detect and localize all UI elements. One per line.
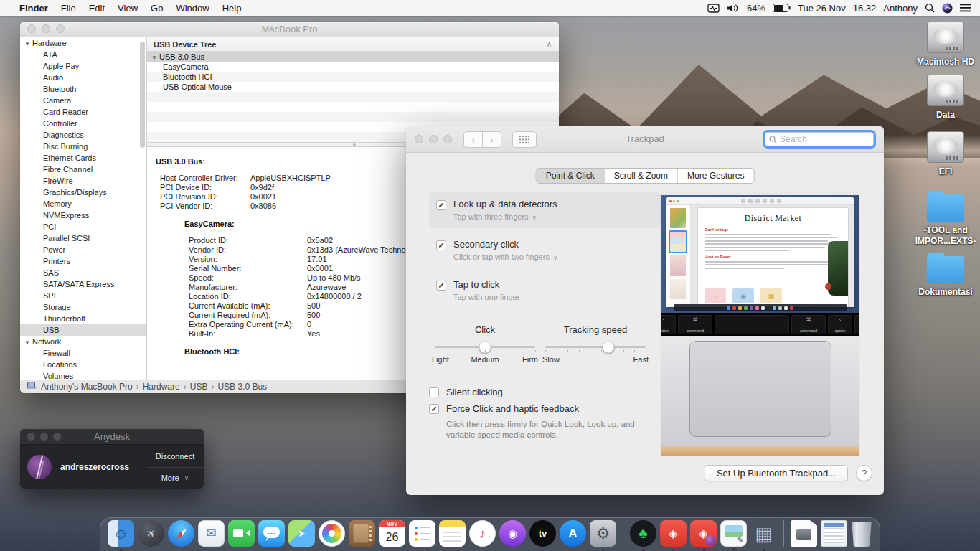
set-up-bluetooth-trackpad-button[interactable]: Set Up Bluetooth Trackpad... <box>705 465 848 481</box>
tab-scroll-zoom[interactable]: Scroll & Zoom <box>604 169 677 183</box>
sidebar-item-volumes[interactable]: Volumes <box>20 370 146 380</box>
help-button[interactable]: ? <box>856 465 872 481</box>
sidebar-item-ata[interactable]: ATA <box>20 49 146 60</box>
dock-icon-finder[interactable]: ☺ <box>108 520 134 547</box>
sidebar-item-graphics-displays[interactable]: Graphics/Displays <box>20 187 146 198</box>
dock-icon-image-tool[interactable]: ✎ <box>720 520 747 547</box>
sidebar-item-camera[interactable]: Camera <box>20 95 146 106</box>
menu-time[interactable]: 16.32 <box>853 3 877 14</box>
breadcrumb-item-hardware[interactable]: Hardware <box>143 382 180 392</box>
sidebar-item-firewire[interactable]: FireWire <box>20 175 146 187</box>
breadcrumb-item-anthony-s-macbook-pro[interactable]: Anthony's MacBook Pro <box>41 382 133 392</box>
checkbox-look-up-data-detectors[interactable]: ✓ <box>436 200 446 210</box>
forward-button[interactable]: › <box>482 131 501 148</box>
dock-icon-facetime[interactable] <box>228 520 255 547</box>
dock-icon-system-preferences[interactable]: ⚙ <box>590 520 616 547</box>
disclosure-triangle-icon[interactable]: ▼ <box>24 39 32 50</box>
sysinfo-title-bar[interactable]: MacBook Pro <box>20 22 559 37</box>
tree-row-usb-3-0-bus[interactable]: ▼USB 3.0 Bus <box>147 52 559 62</box>
checkbox-force-click-and-haptic-feedback[interactable]: ✓ <box>429 404 439 414</box>
sidebar-item-pci[interactable]: PCI <box>20 221 146 232</box>
sidebar-item-card-reader[interactable]: Card Reader <box>20 106 146 118</box>
breadcrumb-item-usb[interactable]: USB <box>190 382 208 392</box>
dock-icon-mail[interactable]: ✉ <box>198 520 225 547</box>
dock-icon-itunes[interactable]: ♪ <box>469 520 496 547</box>
desktop-icon-macintosh-hd[interactable]: Macintosh HD <box>911 22 980 67</box>
close-button[interactable] <box>415 135 423 143</box>
siri-icon[interactable] <box>942 3 953 14</box>
tab-more-gestures[interactable]: More Gestures <box>677 169 753 183</box>
dock-icon-clover[interactable]: ♣ <box>630 520 656 547</box>
search-field[interactable] <box>765 132 874 146</box>
menu-date[interactable]: Tue 26 Nov <box>798 3 846 14</box>
dock-icon-trash[interactable] <box>851 522 872 547</box>
collapse-chevron-icon[interactable]: ∧ <box>547 37 552 52</box>
sidebar-item-thunderbolt[interactable]: Thunderbolt <box>20 313 146 324</box>
menu-item-file[interactable]: File <box>55 3 83 14</box>
sidebar-item-diagnostics[interactable]: Diagnostics <box>20 129 146 141</box>
dock-icon-podcasts[interactable]: ◉ <box>499 520 526 547</box>
dock-icon-anydesk[interactable]: ◈ <box>660 520 687 547</box>
dock-icon-notes[interactable] <box>439 520 466 547</box>
desktop-icon-dokumentasi[interactable]: Dokumentasi <box>911 253 980 298</box>
dock-icon-contacts[interactable] <box>349 520 375 547</box>
more-button[interactable]: More ∨ <box>146 467 204 489</box>
sidebar-item-sas[interactable]: SAS <box>20 267 146 278</box>
close-button[interactable] <box>27 433 35 441</box>
notification-center-icon[interactable] <box>960 4 971 12</box>
tree-row-bluetooth-hci[interactable]: Bluetooth HCI <box>147 72 559 82</box>
sidebar-item-locations[interactable]: Locations <box>20 359 146 370</box>
menu-item-go[interactable]: Go <box>144 3 169 14</box>
sidebar-item-disc-burning[interactable]: Disc Burning <box>20 141 146 152</box>
disconnect-button[interactable]: Disconnect <box>146 446 204 467</box>
anydesk-status-icon[interactable] <box>707 4 720 13</box>
menu-item-finder[interactable]: Finder <box>13 3 55 14</box>
sidebar-scrollbar[interactable] <box>140 42 145 148</box>
desktop-icon-efi[interactable]: EFI <box>911 131 980 177</box>
chevron-down-icon[interactable]: ∨ <box>553 254 558 261</box>
battery-icon[interactable] <box>773 4 791 12</box>
show-all-preferences-button[interactable] <box>512 131 537 148</box>
zoom-button[interactable] <box>56 24 65 33</box>
dock-icon-window-stack[interactable] <box>821 520 847 547</box>
zoom-button[interactable] <box>53 433 61 441</box>
sidebar-item-usb[interactable]: USB <box>20 324 146 336</box>
volume-icon[interactable] <box>727 4 740 13</box>
desktop-icon-tool-and-impor-exts[interactable]: -TOOL andIMPOR...EXTS- <box>911 191 980 247</box>
minimize-button[interactable] <box>40 433 48 441</box>
sidebar-item-audio[interactable]: Audio <box>20 72 146 83</box>
dock-icon-reminders[interactable] <box>409 520 435 547</box>
usb-device-tree-header[interactable]: USB Device Tree ∧ <box>147 37 559 52</box>
sidebar-item-spi[interactable]: SPI <box>20 290 146 301</box>
tab-point-click[interactable]: Point & Click <box>537 169 604 183</box>
sidebar-item-memory[interactable]: Memory <box>20 198 146 209</box>
sidebar-item-storage[interactable]: Storage <box>20 301 146 313</box>
menu-item-view[interactable]: View <box>111 3 144 14</box>
chevron-down-icon[interactable]: ∨ <box>532 214 537 221</box>
sidebar-item-sata-sata-express[interactable]: SATA/SATA Express <box>20 278 146 290</box>
dock-icon-anydesk-alt[interactable]: ◈ <box>690 520 717 547</box>
trackpad-title-bar[interactable]: ‹ › Trackpad <box>406 126 884 153</box>
disclosure-triangle-icon[interactable]: ▼ <box>151 53 159 63</box>
sidebar-item-fibre-channel[interactable]: Fibre Channel <box>20 164 146 175</box>
desktop-icon-data[interactable]: Data <box>911 75 980 121</box>
back-button[interactable]: ‹ <box>463 131 483 148</box>
sidebar-item-printers[interactable]: Printers <box>20 255 146 267</box>
tree-row-usb-optical-mouse[interactable]: USB Optical Mouse <box>147 82 559 92</box>
dock-icon-messages[interactable]: … <box>258 520 285 547</box>
spotlight-icon[interactable] <box>925 3 935 13</box>
close-button[interactable] <box>27 24 36 33</box>
menu-item-edit[interactable]: Edit <box>83 3 111 14</box>
disclosure-triangle-icon[interactable]: ▼ <box>24 337 32 349</box>
dock-icon-calendar[interactable]: NOV26 <box>379 520 405 547</box>
breadcrumb-item-usb-3-0-bus[interactable]: USB 3.0 Bus <box>217 382 267 392</box>
sidebar-item-firewall[interactable]: Firewall <box>20 347 146 359</box>
menu-user[interactable]: Anthony <box>883 3 918 14</box>
sidebar-item-parallel-scsi[interactable]: Parallel SCSI <box>20 232 146 244</box>
dock-icon-appstore[interactable]: A <box>560 520 586 547</box>
tree-row-easycamera[interactable]: EasyCamera <box>147 62 559 72</box>
dock-icon-safari[interactable] <box>168 520 194 547</box>
checkbox-tap-to-click[interactable]: ✓ <box>436 281 446 291</box>
sidebar-item-bluetooth[interactable]: Bluetooth <box>20 83 146 95</box>
search-input[interactable] <box>780 134 870 144</box>
